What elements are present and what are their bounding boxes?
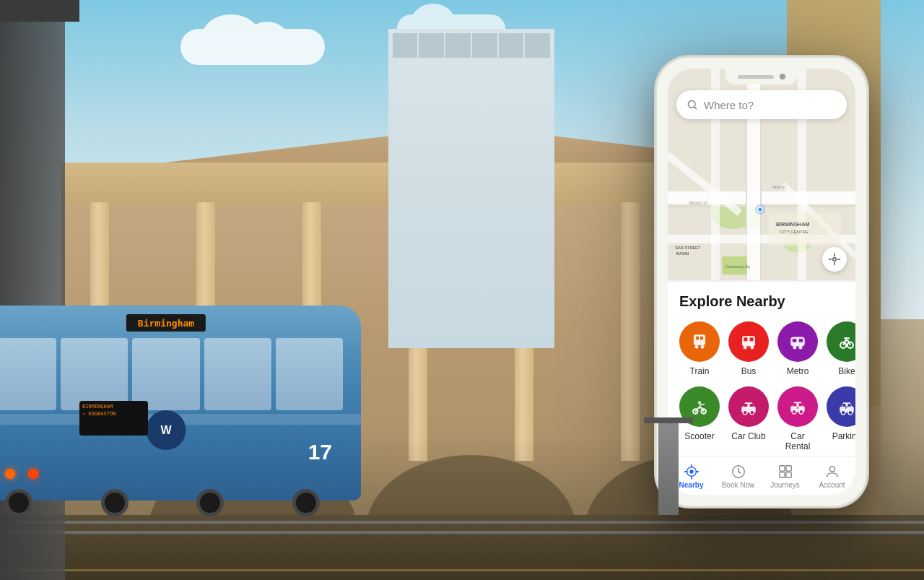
svg-point-43 [744,346,747,350]
content-area: Explore Nearby [668,282,855,456]
svg-rect-41 [750,337,754,341]
tram-windows-row [0,338,343,410]
svg-text:Centenary Sq: Centenary Sq [725,264,750,269]
svg-point-56 [698,401,701,404]
account-nav-label: Account [819,481,845,489]
phone-frame: BIRMINGHAM CITY CENTRE Centenary Sq GAS … [657,58,866,506]
tram-window [132,338,199,410]
svg-point-74 [689,469,694,474]
svg-rect-84 [785,472,790,477]
phone-screen: BIRMINGHAM CITY CENTRE Centenary Sq GAS … [668,69,855,495]
svg-text:GAS STREET: GAS STREET [675,246,701,250]
tram-body: Birmingham W 17 [0,306,361,501]
svg-point-65 [792,410,796,414]
transport-item-bike[interactable]: Bike [827,321,855,376]
car-club-icon-circle [728,386,769,427]
map-view: BIRMINGHAM CITY CENTRE Centenary Sq GAS … [668,69,855,282]
display-info: BIRMINGHAM→ EDGBASTON [79,401,148,421]
svg-rect-36 [695,343,705,345]
nav-item-journeys[interactable]: Journeys [762,464,808,489]
phone-notch [725,69,798,85]
bike-icon [837,332,855,351]
transport-item-bus[interactable]: Bus [728,321,769,376]
location-button[interactable] [822,247,847,272]
svg-point-85 [829,467,834,472]
svg-text:BASIN: BASIN [676,251,689,256]
train-label: Train [690,366,710,376]
metro-icon-circle [777,321,818,362]
front-camera [780,74,785,79]
journeys-nav-label: Journeys [770,481,800,489]
bus-label: Bus [741,366,757,376]
transport-grid-row2: Scooter [679,386,844,451]
tram-lights [0,469,38,479]
bottom-navigation: Nearby Book Now Jour [668,456,855,495]
background-building [388,29,554,348]
cloud-1 [180,29,325,65]
tram-window [204,338,271,410]
tram-window [0,338,56,410]
transport-item-car-club[interactable]: Car Club [728,386,769,451]
svg-point-72 [848,410,853,415]
train-icon-circle [679,321,720,362]
svg-rect-42 [742,343,755,345]
search-icon [687,99,698,111]
nearby-nav-icon [684,464,699,480]
svg-rect-83 [779,472,784,477]
svg-text:BROAD ST: BROAD ST [689,201,708,205]
transport-item-train[interactable]: Train [679,321,720,376]
wheel [5,489,32,516]
car-rental-icon-circle: $ [777,386,818,427]
car-club-label: Car Club [731,431,765,441]
speaker [738,75,774,79]
svg-rect-58 [744,404,748,407]
wheel [101,489,128,516]
nav-item-book-now[interactable]: Book Now [715,464,762,489]
scooter-label: Scooter [684,431,714,441]
scooter-icon [690,397,709,416]
metro-label: Metro [787,366,809,376]
svg-rect-35 [700,337,703,340]
transport-item-parking[interactable]: P Parking [827,386,855,451]
svg-rect-82 [785,466,790,471]
tram-destination-board: Birmingham [126,314,206,332]
tram-stop-pole [658,421,679,515]
svg-point-66 [799,410,803,414]
svg-rect-34 [696,337,699,340]
phone-mockup: BIRMINGHAM CITY CENTRE Centenary Sq GAS … [657,58,866,506]
svg-point-71 [841,410,845,415]
book-now-nav-label: Book Now [722,481,755,489]
svg-rect-64 [799,403,803,406]
car-club-icon [739,397,758,416]
column [621,202,640,461]
svg-rect-70 [848,404,851,407]
svg-point-28 [833,258,837,261]
transport-item-metro[interactable]: Metro [777,321,818,376]
parking-label: Parking [832,431,855,441]
tram: Birmingham W 17 [0,262,375,522]
svg-point-49 [799,346,803,350]
tram-number: 17 [308,440,332,464]
tram-destination-text: Birmingham [138,318,194,329]
search-bar[interactable]: Where to? [676,90,847,119]
svg-rect-59 [750,404,754,407]
nav-item-account[interactable]: Account [808,464,855,489]
car-rental-label: Car Rental [777,431,818,451]
tram-wheels [0,489,354,516]
parking-icon-circle: P [827,386,855,427]
bike-label: Bike [838,366,855,376]
tram-logo: W [147,410,186,450]
wheel [292,489,320,516]
tram-window [276,338,343,410]
svg-rect-46 [793,339,797,342]
metro-icon [788,332,807,351]
svg-text:NEW ST: NEW ST [772,185,786,189]
transport-item-car-rental[interactable]: $ Car Rental [777,386,818,451]
transport-grid-row1: Train B [679,321,844,376]
parking-icon: P [837,397,855,416]
bus-icon [739,332,758,351]
svg-text:BIRMINGHAM: BIRMINGHAM [776,222,809,227]
display-board: BIRMINGHAM→ EDGBASTON [79,401,148,436]
svg-point-61 [750,410,754,415]
book-now-nav-icon [731,464,746,480]
